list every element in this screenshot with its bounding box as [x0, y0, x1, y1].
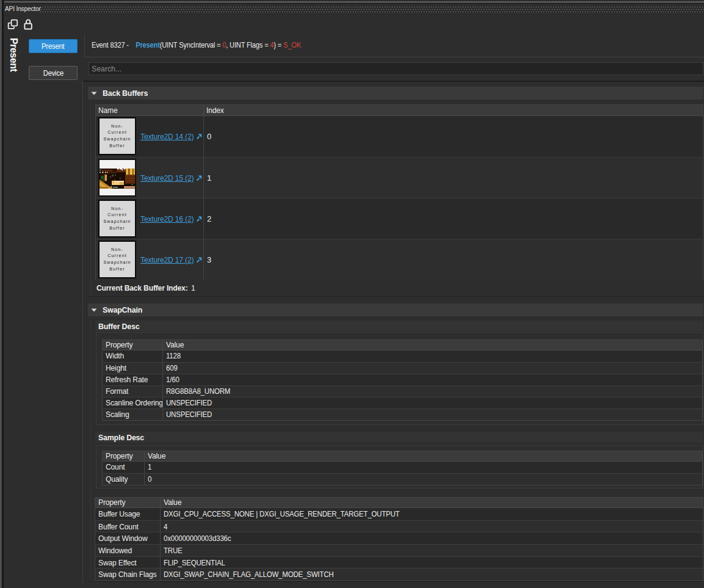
- tab-present[interactable]: Present: [29, 39, 78, 53]
- titlebar-drag-handle[interactable]: [40, 7, 704, 12]
- sample-desc-table: PropertyValue Count1 Quality0: [102, 451, 703, 485]
- table-row[interactable]: Scanline OrderingUNSPECIFIED: [103, 397, 702, 408]
- swapchain-misc-table: PropertyValue Buffer UsageDXGI_CPU_ACCES…: [95, 497, 703, 581]
- texture-link[interactable]: Texture2D 14 (2): [140, 132, 194, 141]
- texture-link-group: Texture2D 17 (2): [140, 255, 202, 264]
- subsection-title-buffer-desc: Buffer Desc: [98, 322, 139, 331]
- content-left-border: [82, 81, 83, 583]
- column-header-index[interactable]: Index: [204, 105, 703, 115]
- table-row[interactable]: Buffer Count4: [95, 520, 703, 532]
- window-frame-left-gap: [2, 0, 4, 588]
- cell-text: UNSPECIFIED: [166, 409, 212, 420]
- section-divider: [88, 296, 703, 297]
- cell-text: Output Window: [98, 532, 147, 544]
- texture-link-cell: Texture2D 14 (2): [140, 116, 207, 157]
- window-frame-left-bar: [0, 0, 2, 588]
- texture-link-group: Texture2D 16 (2): [140, 214, 202, 223]
- table-header-row: PropertyValue: [95, 498, 703, 508]
- property-cell: Buffer Count: [95, 521, 161, 532]
- table-row[interactable]: Swap Chain FlagsDXGI_SWAP_CHAIN_FLAG_ALL…: [95, 568, 703, 580]
- table-header-row: PropertyValue: [103, 340, 702, 350]
- swapchain-texture-thumbnail: [98, 159, 136, 197]
- button-label: Device: [43, 68, 63, 78]
- cell-text: Index: [206, 105, 224, 115]
- table-row[interactable]: Count1: [103, 462, 702, 473]
- texture-link[interactable]: Texture2D 15 (2): [140, 173, 194, 183]
- open-link-arrow-icon: [196, 133, 202, 140]
- event-args-mid: , UINT Flags =: [226, 40, 270, 49]
- cell-text: Count: [106, 462, 125, 473]
- tab-device[interactable]: Device: [29, 66, 78, 80]
- cell-text: Buffer Usage: [98, 508, 140, 520]
- cell-text: Windowed: [98, 545, 132, 556]
- texture-link[interactable]: Texture2D 16 (2): [140, 214, 194, 223]
- table-row[interactable]: Refresh Rate1/60: [103, 374, 702, 385]
- window-frame-top-bar: [4, 1, 704, 4]
- api-inspector-panel: API Inspector Present Present Device Eve…: [0, 0, 704, 588]
- cell-text: Scaling: [106, 409, 129, 420]
- cell-text: Value: [164, 498, 181, 507]
- name-cell: Non-Current Swapchain Buffer Texture2D 1…: [96, 116, 204, 157]
- cell-text: 0: [148, 474, 151, 485]
- table-row[interactable]: Texture2D 15 (2) 1: [96, 157, 703, 198]
- value-cell: UNSPECIFIED: [163, 397, 702, 408]
- texture-link[interactable]: Texture2D 17 (2): [140, 255, 194, 264]
- current-back-buffer-label: Current Back Buffer Index:: [96, 283, 187, 292]
- table-row[interactable]: Buffer UsageDXGI_CPU_ACCESS_NONE | DXGI_…: [95, 508, 703, 520]
- table-row[interactable]: Output Window0x00000000003d336c: [95, 532, 703, 544]
- column-header-value[interactable]: Value: [163, 340, 702, 350]
- column-header-value[interactable]: Value: [161, 498, 703, 507]
- property-cell: Scanline Ordering: [103, 397, 163, 408]
- table-row[interactable]: FormatR8G8B8A8_UNORM: [103, 385, 702, 397]
- column-header-name[interactable]: Name: [96, 105, 204, 115]
- section-title-back-buffers: Back Buffers: [103, 89, 148, 98]
- texture-link-cell: Texture2D 15 (2): [140, 158, 207, 198]
- property-cell: Height: [103, 363, 163, 374]
- cell-text: Scanline Ordering: [106, 397, 163, 408]
- event-function-name: Present: [136, 40, 159, 49]
- lock-icon[interactable]: [23, 18, 34, 32]
- scene-image: [100, 160, 135, 195]
- back-buffers-table: Name Index Non-Current Swapchain Buffer …: [95, 104, 703, 280]
- panel-title: API Inspector: [5, 5, 46, 12]
- event-result: S_OK: [283, 40, 301, 49]
- section-header-swapchain[interactable]: SwapChain: [88, 303, 703, 316]
- property-cell: Buffer Usage: [95, 508, 161, 520]
- table-header-row: PropertyValue: [103, 451, 702, 462]
- column-header-property[interactable]: Property: [95, 498, 161, 507]
- cell-text: R8G8B8A8_UNORM: [166, 386, 230, 397]
- property-cell: Refresh Rate: [103, 374, 163, 385]
- cell-text: Format: [106, 386, 128, 397]
- property-cell: Windowed: [95, 545, 161, 556]
- column-header-value[interactable]: Value: [145, 451, 702, 461]
- search-input[interactable]: [89, 62, 703, 75]
- name-cell: Non-Current Swapchain Buffer Texture2D 1…: [96, 198, 204, 239]
- open-link-arrow-icon: [196, 256, 202, 263]
- table-row[interactable]: WindowedTRUE: [95, 544, 703, 556]
- section-header-back-buffers[interactable]: Back Buffers: [88, 87, 703, 100]
- property-cell: Format: [103, 386, 163, 397]
- sidebar-group-label: Present: [6, 38, 20, 76]
- table-row[interactable]: Quality0: [103, 473, 702, 485]
- value-cell: 4: [161, 521, 703, 532]
- swapchain-buffer-thumbnail: Non-Current Swapchain Buffer: [98, 117, 136, 155]
- table-row[interactable]: Width1128: [103, 350, 702, 362]
- property-cell: Scaling: [103, 409, 163, 420]
- column-header-property[interactable]: Property: [103, 340, 163, 350]
- header-separator-vertical: [84, 34, 85, 57]
- table-row[interactable]: Non-Current Swapchain Buffer Texture2D 1…: [96, 116, 703, 157]
- value-cell: 0x00000000003d336c: [161, 532, 703, 544]
- table-row[interactable]: Height609: [103, 362, 702, 374]
- table-row[interactable]: Non-Current Swapchain Buffer Texture2D 1…: [96, 198, 703, 239]
- value-cell: 1/60: [163, 374, 702, 385]
- texture-link-cell: Texture2D 16 (2): [140, 198, 207, 239]
- table-row[interactable]: ScalingUNSPECIFIED: [103, 408, 702, 420]
- column-header-property[interactable]: Property: [103, 451, 145, 461]
- event-signature: Event 8327 - Present(UINT SyncInterval =…: [92, 40, 338, 49]
- float-window-icon[interactable]: [7, 19, 18, 32]
- table-row[interactable]: Non-Current Swapchain Buffer Texture2D 1…: [96, 239, 703, 280]
- table-row[interactable]: Swap EffectFLIP_SEQUENTIAL: [95, 556, 703, 568]
- property-cell: Count: [103, 462, 145, 473]
- name-cell: Non-Current Swapchain Buffer Texture2D 1…: [96, 239, 204, 280]
- current-back-buffer-value: 1: [191, 283, 195, 292]
